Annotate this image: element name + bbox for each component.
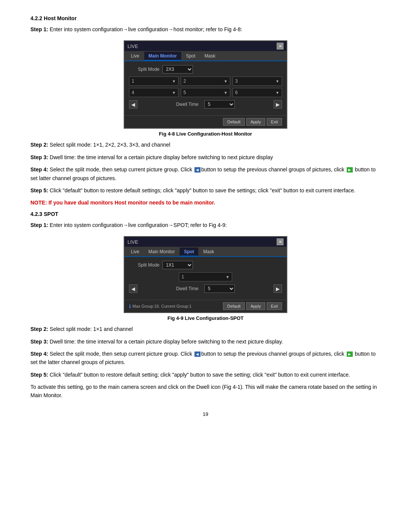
dialog-8-footer: Default Apply Exit (124, 115, 287, 128)
tab-mask-8[interactable]: Mask (200, 52, 220, 61)
next-arrow-9[interactable]: ▶ (274, 284, 282, 293)
channel-grid-8: 1 ▼ 2 ▼ 3 ▼ 4 ▼ (129, 77, 282, 97)
figure-9-container: LIVE ✕ Live Main Monitor Spot Mask Split… (30, 236, 381, 321)
channel-cell-4: 4 ▼ (129, 88, 178, 97)
dwell-select-9[interactable]: 5 10 15 (204, 284, 235, 293)
dialog-9-body: Split Mode 1X1 1 ▼ ◀ Dwell Time (124, 257, 287, 300)
figure-9-caption: Fig 4-9 Live Configuration-SPOT (167, 315, 244, 321)
note-422: NOTE: If you have dual monitors Host mon… (30, 198, 381, 207)
footer-info-text-9: Max Group:16. Current Group:1 (132, 304, 191, 308)
tab-live-9[interactable]: Live (127, 248, 143, 256)
dwell-label-9: Dwell Time (176, 286, 199, 291)
tab-main-monitor-9[interactable]: Main Monitor (144, 248, 179, 256)
split-mode-row-9: Split Mode 1X1 (129, 261, 282, 269)
prev-icon-423: ◀ (194, 351, 201, 357)
channel-cell-3: 3 ▼ (233, 77, 282, 86)
dialog-8-close-btn[interactable]: ✕ (277, 43, 284, 50)
section-422: 4.2.2 Host Monitor Step 1: Enter into sy… (30, 15, 381, 207)
tab-main-monitor-8[interactable]: Main Monitor (144, 52, 181, 61)
prev-arrow-9[interactable]: ◀ (129, 284, 137, 293)
step2-422: Step 2: Select split mode: 1×1, 2×2, 2×3… (30, 141, 381, 149)
split-mode-label-9: Split Mode (129, 262, 159, 268)
prev-arrow-8[interactable]: ◀ (129, 100, 137, 109)
page-number: 19 (30, 411, 381, 417)
split-mode-row-8: Split Mode 2X3 1X1 2X2 3X3 (129, 65, 282, 73)
figure-8-caption: Fig 4-8 Live Configuration-Host Monitor (159, 131, 252, 137)
exit-btn-9[interactable]: Exit (267, 302, 282, 310)
channel-cell-6: 6 ▼ (233, 88, 282, 97)
exit-btn-8[interactable]: Exit (267, 118, 282, 126)
dialog-8-title: LIVE (127, 43, 138, 49)
step1-422: Step 1: Enter into system configuration→… (30, 25, 381, 34)
dialog-8: LIVE ✕ Live Main Monitor Spot Mask Split… (124, 40, 287, 129)
channel-cell-9-1: 1 ▼ (179, 272, 232, 281)
dwell-center-8: Dwell Time 5 10 15 (137, 100, 274, 109)
default-btn-9[interactable]: Default (223, 302, 245, 310)
default-btn-8[interactable]: Default (223, 118, 245, 126)
dwell-select-8[interactable]: 5 10 15 (204, 100, 235, 109)
step3-422: Step 3: Dwell time: the time interval fo… (30, 153, 381, 161)
section-423: 4.2.3 SPOT Step 1: Enter into system con… (30, 211, 381, 400)
channel-cell-1: 1 ▼ (129, 77, 178, 86)
step5-422: Step 5: Click "default" button to restor… (30, 186, 381, 195)
dialog-9-footer: ℹ Max Group:16. Current Group:1 Default … (124, 300, 287, 312)
step2-423: Step 2: Select split mode: 1×1 and chann… (30, 325, 381, 333)
tab-mask-9[interactable]: Mask (199, 248, 218, 256)
dwell-row-8: ◀ Dwell Time 5 10 15 ▶ (129, 100, 282, 109)
dwell-row-9: ◀ Dwell Time 5 10 15 ▶ (129, 284, 282, 293)
step5-423: Step 5: Click "default" button to restor… (30, 371, 381, 379)
dialog-8-tabs: Live Main Monitor Spot Mask (124, 51, 287, 61)
dwell-center-9: Dwell Time 5 10 15 (137, 284, 274, 293)
figure-8-container: LIVE ✕ Live Main Monitor Spot Mask Split… (30, 40, 381, 137)
step3-423: Step 3: Dwell time: the time interval fo… (30, 337, 381, 346)
dialog-9-close-btn[interactable]: ✕ (277, 238, 284, 245)
step-final-423: To activate this setting, go to the main… (30, 383, 381, 400)
dialog-9-titlebar: LIVE ✕ (124, 237, 287, 247)
tab-spot-8[interactable]: Spot (182, 52, 200, 61)
tab-live-8[interactable]: Live (127, 52, 143, 61)
section-423-title: 4.2.3 SPOT (30, 211, 381, 217)
step4-422: Step 4: Select the split mode, then setu… (30, 165, 381, 182)
next-icon-422: ▶ (347, 167, 353, 173)
split-mode-select-8[interactable]: 2X3 1X1 2X2 3X3 (162, 65, 193, 73)
section-422-title: 4.2.2 Host Monitor (30, 15, 381, 21)
info-icon-9: ℹ (129, 304, 131, 309)
apply-btn-9[interactable]: Apply (246, 302, 265, 310)
footer-info-9: ℹ Max Group:16. Current Group:1 (129, 304, 191, 309)
step1-423: Step 1: Enter into system configuration→… (30, 221, 381, 229)
channel-grid-9: 1 ▼ (179, 272, 232, 281)
step4-423: Step 4: Select the split mode, then setu… (30, 350, 381, 367)
dwell-label-8: Dwell Time (176, 102, 199, 107)
dialog-9-tabs: Live Main Monitor Spot Mask (124, 247, 287, 257)
tab-spot-9[interactable]: Spot (180, 248, 198, 256)
dialog-8-titlebar: LIVE ✕ (124, 41, 287, 51)
prev-icon-422: ◀ (194, 167, 201, 173)
split-mode-label-8: Split Mode (129, 67, 159, 72)
split-mode-select-9[interactable]: 1X1 (162, 261, 193, 269)
dialog-8-body: Split Mode 2X3 1X1 2X2 3X3 1 ▼ 2 (124, 61, 287, 115)
dialog-9: LIVE ✕ Live Main Monitor Spot Mask Split… (124, 236, 287, 313)
apply-btn-8[interactable]: Apply (246, 118, 265, 126)
next-icon-423: ▶ (347, 351, 353, 357)
next-arrow-8[interactable]: ▶ (274, 100, 282, 109)
channel-cell-2: 2 ▼ (181, 77, 230, 86)
dialog-9-title: LIVE (127, 239, 138, 245)
channel-cell-5: 5 ▼ (181, 88, 230, 97)
